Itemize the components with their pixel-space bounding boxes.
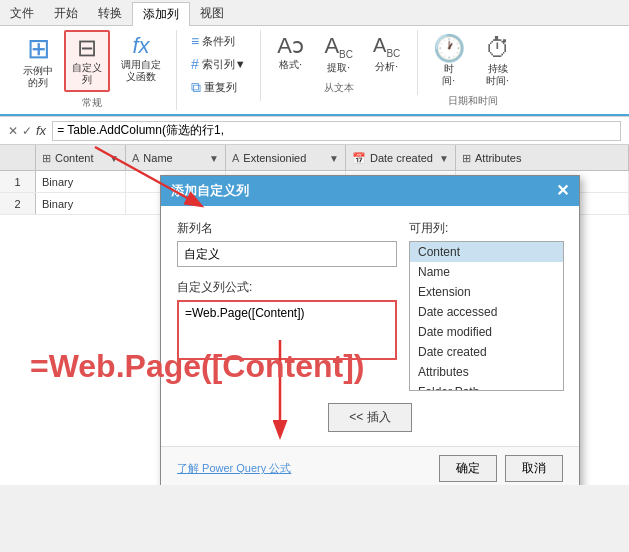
tab-add-col[interactable]: 添加列 xyxy=(132,2,190,26)
format-items: Aↄ 格式· ABC 提取· ABC 分析· xyxy=(269,30,409,79)
custom-col-button[interactable]: ⊟ 自定义列 xyxy=(64,30,110,92)
avail-label: 可用列: xyxy=(409,220,564,237)
dialog-footer-buttons: 确定 取消 xyxy=(439,455,563,482)
cond-col-label: 条件列 xyxy=(202,34,235,49)
tab-start[interactable]: 开始 xyxy=(44,1,88,25)
analyze-label: 分析· xyxy=(375,61,398,73)
formula-icons: ✕ ✓ fx xyxy=(8,123,46,138)
cond-col-button[interactable]: ≡ 条件列 xyxy=(185,30,252,52)
small-btn-group: ≡ 条件列 # 索引列▼ ⧉ 重复列 xyxy=(185,30,252,99)
cond-col-icon: ≡ xyxy=(191,33,199,49)
dialog-footer: 了解 Power Query 公式 确定 取消 xyxy=(161,446,579,485)
avail-item-extension[interactable]: Extension xyxy=(410,282,563,302)
ribbon-body: ⊞ 示例中的列 ⊟ 自定义列 fx 调用自定义函数 常规 ≡ 条件列 xyxy=(0,26,629,116)
extract-icon: ABC xyxy=(324,35,353,60)
analyze-icon: ABC xyxy=(373,35,400,59)
extract-label: 提取· xyxy=(327,62,350,74)
confirm-icon[interactable]: ✓ xyxy=(22,124,32,138)
custom-col-icon: ⊟ xyxy=(77,36,97,60)
ribbon: 文件 开始 转换 添加列 视图 ⊞ 示例中的列 ⊟ 自定义列 fx 调用自定义函… xyxy=(0,0,629,117)
datetime-items: 🕐 时间· ⏱ 持续时间· xyxy=(426,30,520,92)
ribbon-group-format: Aↄ 格式· ABC 提取· ABC 分析· 从文本 xyxy=(261,30,418,95)
format-group-label: 从文本 xyxy=(324,81,354,95)
avail-item-folder-path[interactable]: Folder.Path xyxy=(410,382,563,391)
custom-col-label: 自定义列 xyxy=(72,62,102,86)
example-col-icon: ⊞ xyxy=(27,35,50,63)
insert-row: << 插入 xyxy=(177,403,563,432)
example-col-label: 示例中的列 xyxy=(23,65,53,89)
index-col-label: 索引列▼ xyxy=(202,57,246,72)
extract-button[interactable]: ABC 提取· xyxy=(317,30,361,79)
tab-file[interactable]: 文件 xyxy=(0,1,44,25)
formula-textarea[interactable]: =Web.Page([Content]) xyxy=(177,300,397,360)
format-button[interactable]: Aↄ 格式· xyxy=(269,30,313,76)
ribbon-tab-bar: 文件 开始 转换 添加列 视图 xyxy=(0,0,629,26)
footer-link[interactable]: 了解 Power Query 公式 xyxy=(177,461,291,476)
dialog-right: 可用列: Content Name Extension Date accesse… xyxy=(409,220,564,391)
dialog-close-button[interactable]: ✕ xyxy=(556,183,569,199)
avail-item-date-created[interactable]: Date created xyxy=(410,342,563,362)
ribbon-group-general: ⊞ 示例中的列 ⊟ 自定义列 fx 调用自定义函数 常规 xyxy=(8,30,177,110)
new-col-input[interactable] xyxy=(177,241,397,267)
avail-item-date-modified[interactable]: Date modified xyxy=(410,322,563,342)
avail-item-name[interactable]: Name xyxy=(410,262,563,282)
ok-button[interactable]: 确定 xyxy=(439,455,497,482)
dialog-left: 新列名 自定义列公式: =Web.Page([Content]) xyxy=(177,220,397,391)
index-col-button[interactable]: # 索引列▼ xyxy=(185,53,252,75)
invoke-func-label: 调用自定义函数 xyxy=(121,59,161,83)
tab-transform[interactable]: 转换 xyxy=(88,1,132,25)
general-group-label: 常规 xyxy=(82,96,102,110)
analyze-button[interactable]: ABC 分析· xyxy=(365,30,409,78)
invoke-func-button[interactable]: fx 调用自定义函数 xyxy=(114,30,168,88)
dialog-overlay: 添加自定义列 ✕ 新列名 自定义列公式: =Web.Page([Content]… xyxy=(0,145,629,485)
dialog-body: 新列名 自定义列公式: =Web.Page([Content]) 可用列: Co… xyxy=(161,206,579,446)
index-col-icon: # xyxy=(191,56,199,72)
cancel-button[interactable]: 取消 xyxy=(505,455,563,482)
ribbon-group-datetime: 🕐 时间· ⏱ 持续时间· 日期和时间 xyxy=(418,30,528,108)
time-icon: 🕐 xyxy=(433,35,465,61)
avail-item-date-accessed[interactable]: Date accessed xyxy=(410,302,563,322)
duration-icon: ⏱ xyxy=(485,35,511,61)
formula-input[interactable] xyxy=(52,121,621,141)
dialog-title: 添加自定义列 xyxy=(171,182,249,200)
example-col-button[interactable]: ⊞ 示例中的列 xyxy=(16,30,60,94)
time-button[interactable]: 🕐 时间· xyxy=(426,30,472,92)
formula-bar: ✕ ✓ fx xyxy=(0,117,629,145)
time-label: 时间· xyxy=(442,63,455,87)
dialog-columns: 新列名 自定义列公式: =Web.Page([Content]) 可用列: Co… xyxy=(177,220,563,391)
datetime-group-label: 日期和时间 xyxy=(448,94,498,108)
insert-button[interactable]: << 插入 xyxy=(328,403,411,432)
main-content: ⊞ Content ▼ A Name ▼ A Extensionied ▼ 📅 … xyxy=(0,145,629,485)
format-label: 格式· xyxy=(279,59,302,71)
avail-item-attributes[interactable]: Attributes xyxy=(410,362,563,382)
avail-item-content[interactable]: Content xyxy=(410,242,563,262)
tab-view[interactable]: 视图 xyxy=(190,1,234,25)
new-col-label: 新列名 xyxy=(177,220,397,237)
ribbon-group-from-text: ≡ 条件列 # 索引列▼ ⧉ 重复列 xyxy=(177,30,261,101)
dup-col-icon: ⧉ xyxy=(191,79,201,96)
dup-col-button[interactable]: ⧉ 重复列 xyxy=(185,76,252,99)
duration-button[interactable]: ⏱ 持续时间· xyxy=(476,30,520,92)
cancel-icon[interactable]: ✕ xyxy=(8,124,18,138)
duration-label: 持续时间· xyxy=(486,63,509,87)
dialog-title-bar: 添加自定义列 ✕ xyxy=(161,176,579,206)
dup-col-label: 重复列 xyxy=(204,80,237,95)
fx-icon: fx xyxy=(36,123,46,138)
format-icon: Aↄ xyxy=(277,35,304,57)
invoke-func-icon: fx xyxy=(132,35,149,57)
available-columns-list[interactable]: Content Name Extension Date accessed Dat… xyxy=(409,241,564,391)
general-items: ⊞ 示例中的列 ⊟ 自定义列 fx 调用自定义函数 xyxy=(16,30,168,94)
add-custom-col-dialog: 添加自定义列 ✕ 新列名 自定义列公式: =Web.Page([Content]… xyxy=(160,175,580,485)
formula-label: 自定义列公式: xyxy=(177,279,397,296)
